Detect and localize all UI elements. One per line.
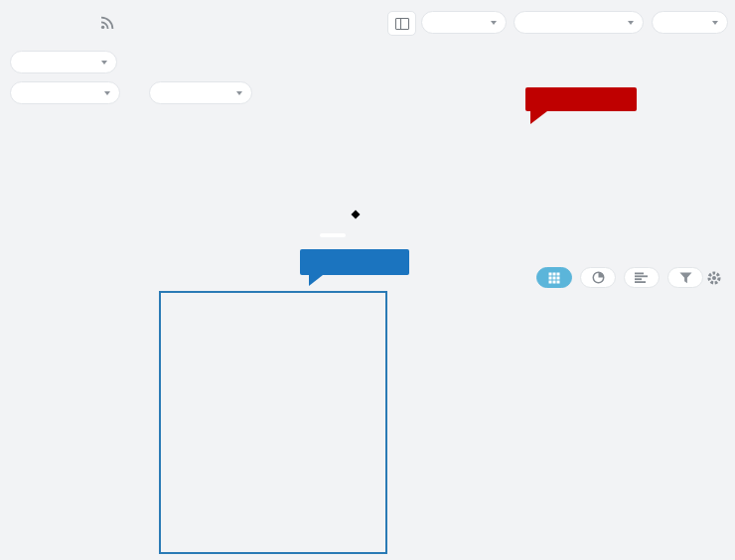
pie-view-button[interactable] xyxy=(580,267,616,288)
split-view-icon xyxy=(395,18,409,30)
table-grid-icon xyxy=(548,272,560,284)
chart-legend xyxy=(0,209,675,219)
split-view-button[interactable] xyxy=(387,11,416,36)
date-range-dropdown[interactable] xyxy=(514,11,644,34)
chevron-down-icon xyxy=(628,21,634,25)
gear-icon xyxy=(706,270,722,286)
settings-button[interactable] xyxy=(705,269,723,287)
filter-button[interactable] xyxy=(667,267,703,288)
callout-tail xyxy=(309,275,323,286)
chevron-down-icon xyxy=(104,91,110,95)
chevron-down-icon xyxy=(236,91,242,95)
legend-item-orders[interactable] xyxy=(346,210,370,219)
visits-swatch-icon xyxy=(306,209,317,219)
chevron-down-icon xyxy=(712,21,718,25)
time-unit-dropdown[interactable] xyxy=(652,11,728,34)
memo-status xyxy=(320,233,346,237)
segment-menu-dropdown[interactable] xyxy=(10,51,117,73)
compare-metric-right-dropdown[interactable] xyxy=(149,81,252,104)
compare-metric-left-dropdown[interactable] xyxy=(10,81,120,104)
rss-icon xyxy=(100,16,114,30)
orders-revenue-report xyxy=(0,0,735,560)
table-view-button[interactable] xyxy=(536,267,572,288)
callout-tail xyxy=(530,111,547,124)
pie-chart-icon xyxy=(591,270,606,285)
orders-marker-icon xyxy=(346,210,366,219)
chevron-down-icon xyxy=(101,61,107,65)
micro-conversion-highlight-box xyxy=(159,291,387,554)
micro-conversion-callout xyxy=(300,249,409,275)
data-output-dropdown[interactable] xyxy=(421,11,507,34)
bar-chart-icon xyxy=(635,272,649,284)
visits-orders-chart[interactable] xyxy=(0,105,735,207)
filter-icon xyxy=(679,272,692,284)
peak-time-callout xyxy=(525,87,637,111)
chevron-down-icon xyxy=(491,21,497,25)
legend-item-visits[interactable] xyxy=(306,209,322,219)
bar-view-button[interactable] xyxy=(624,267,660,288)
